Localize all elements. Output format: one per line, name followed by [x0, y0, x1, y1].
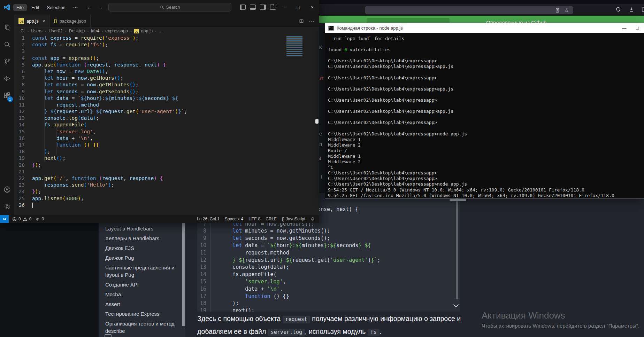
tutorial-paragraph: Здесь с помощью объекта request получаем… [197, 313, 480, 337]
eol-sequence[interactable]: CRLF [266, 217, 276, 221]
terminal-line: Middleware 2 [328, 142, 644, 148]
sidebar-item[interactable]: Тестирование Express [105, 310, 177, 318]
editor-tabs: JS app.js × {} package.json ⋯ [14, 15, 319, 28]
tab-app-js[interactable]: JS app.js × [14, 15, 49, 27]
maximize-button[interactable]: □ [631, 25, 644, 31]
page-hscrollbar-handle[interactable] [450, 199, 466, 201]
code-line: 6 let now = new Date(); [14, 68, 319, 75]
close-tab-icon[interactable]: × [43, 18, 45, 24]
tab-label: app.js [26, 18, 39, 24]
account-icon[interactable] [0, 181, 14, 198]
sidebar-partial-icon [105, 334, 112, 337]
terminal-line [328, 41, 644, 47]
sidebar-item[interactable]: Частичные представления и layout в Pug [105, 264, 177, 279]
code-line: 5app.use(function (request, response, ne… [14, 62, 319, 68]
breadcrumb[interactable]: C:› Users› User02› Desktop› lab4› expres… [14, 27, 319, 35]
bookmark-star-icon[interactable]: ☆ [564, 7, 569, 14]
sidebar-item[interactable]: Движок Pug [105, 254, 177, 261]
bell-icon[interactable] [310, 217, 315, 221]
source-control-icon[interactable] [0, 53, 14, 70]
extension-puzzle-icon[interactable] [641, 7, 644, 13]
code-line: 1const express = require('express'); [14, 35, 319, 41]
search-icon[interactable] [0, 36, 14, 53]
more-actions-icon[interactable]: ⋯ [309, 18, 314, 24]
sidebar-item[interactable]: Создание API [105, 281, 177, 288]
activation-subtitle: Чтобы активировать Windows, перейдите в … [482, 323, 639, 329]
sidebar-item[interactable]: Assert [105, 300, 177, 308]
terminal-titlebar[interactable]: C:\ Командная строка - node app.js — □ [325, 23, 644, 33]
tracking-shield-icon[interactable] [615, 7, 621, 13]
download-icon[interactable] [629, 7, 634, 13]
toggle-panel-icon[interactable] [250, 5, 256, 10]
menu-file[interactable]: File [13, 4, 27, 11]
cursor-position[interactable]: Ln 26, Col 1 [197, 217, 220, 221]
toggle-sidebar-icon[interactable] [240, 5, 246, 10]
terminal-output[interactable]: run `npm fund` for detailsfound 0 vulner… [325, 33, 644, 198]
forward-arrow-icon[interactable]: → [98, 4, 103, 10]
status-bar: >< 0 0 0 Ln 26, Col 1 Spaces: 4 UTF-8 CR… [0, 215, 319, 223]
page-header-button[interactable] [367, 18, 450, 23]
menu-more[interactable]: ⋯ [70, 4, 81, 11]
minimize-button[interactable]: – [277, 0, 291, 15]
code-line: 8 let minutes = now.getMinutes(); [14, 81, 319, 88]
tab-actions: ⋯ [299, 15, 319, 27]
menu-edit[interactable]: Edit [28, 4, 42, 11]
reader-view-icon[interactable] [555, 8, 560, 13]
code-line: 25app.listen(3000); [14, 195, 319, 202]
url-bar[interactable]: ☆ [365, 6, 573, 14]
search-placeholder: Search [166, 5, 180, 10]
language-mode[interactable]: {} JavaScript [282, 217, 305, 221]
sidebar-item[interactable]: Хелперы в Handlebars [105, 235, 177, 242]
code-editor[interactable]: 1const express = require('express');2con… [14, 35, 319, 215]
ports-indicator[interactable]: 0 [35, 217, 44, 221]
indentation[interactable]: Spaces: 4 [225, 217, 243, 221]
minimap[interactable] [286, 36, 302, 56]
maximize-button[interactable]: □ [291, 0, 305, 15]
split-editor-icon[interactable] [299, 19, 304, 23]
sidebar-scrollbar[interactable] [182, 223, 185, 326]
sidebar-item[interactable]: Layout в Handlebars [105, 225, 177, 232]
run-debug-icon[interactable] [0, 70, 14, 87]
layout-customize-icon[interactable] [270, 5, 276, 10]
tab-package-json[interactable]: {} package.json [49, 15, 91, 27]
toggle-secondary-sidebar-icon[interactable] [260, 5, 266, 10]
code-block-scrollbar[interactable] [456, 195, 458, 299]
terminal-line: found 0 vulnerabilities [328, 47, 644, 53]
command-center-search[interactable]: Search [108, 3, 231, 11]
minimize-button[interactable]: — [618, 25, 631, 31]
page-code-line: 11 request.method [197, 249, 460, 257]
page-edge-fragment: ) [320, 174, 323, 180]
code-line: 22app.get('/', function (request, respon… [14, 175, 319, 182]
code-line: 20}); [14, 162, 319, 168]
code-line: 17 function () {} [14, 142, 319, 148]
gear-icon[interactable] [0, 198, 14, 215]
inline-code: request [283, 316, 310, 323]
page-edge-fragment: К [319, 45, 322, 50]
sidebar-item[interactable]: Mocha [105, 291, 177, 298]
explorer-icon[interactable] [0, 19, 14, 36]
sidebar-item[interactable]: Движок EJS [105, 244, 177, 252]
sidebar-item[interactable]: Организация тестов и метод describe [105, 320, 177, 335]
extensions-icon[interactable]: 1 [0, 87, 14, 104]
menu-bar: File Edit Selection ⋯ [13, 4, 81, 11]
inline-code: server.log [268, 329, 305, 336]
terminal-line [328, 53, 644, 58]
terminal-line: C:\Users\User02\Desktop\lab4\expressapp>… [328, 86, 644, 92]
javascript-file-icon: JS [134, 29, 139, 33]
encoding[interactable]: UTF-8 [248, 217, 260, 221]
history-nav: ← → [86, 0, 103, 15]
indent-guide [56, 122, 57, 155]
terminal-line: run `npm fund` for details [328, 36, 644, 41]
terminal-line: ^C [328, 165, 644, 170]
back-arrow-icon[interactable]: ← [86, 4, 92, 10]
terminal-line: C:\Users\User02\Desktop\lab4\expressapp> [328, 120, 644, 125]
search-icon [160, 5, 164, 9]
terminal-line [328, 103, 644, 109]
close-button[interactable]: × [305, 0, 319, 15]
editor-scrollbar-thumb[interactable] [315, 119, 319, 124]
page-code-line: 10 let data = `${hour}:${minutes}:${seco… [197, 242, 460, 249]
menu-selection[interactable]: Selection [44, 4, 68, 11]
text-cursor [32, 203, 33, 208]
problems-indicator[interactable]: 0 0 [12, 217, 31, 221]
remote-indicator[interactable]: >< [0, 215, 9, 223]
